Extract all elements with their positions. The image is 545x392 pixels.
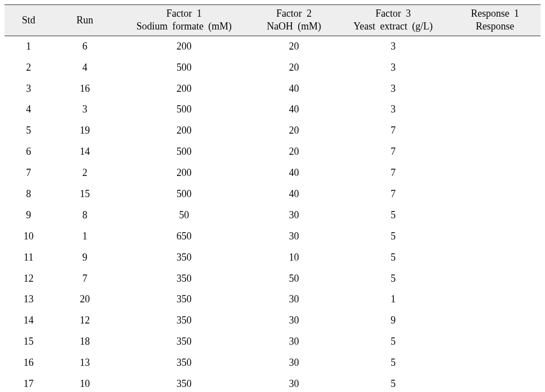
cell-factor-3: 5 bbox=[337, 374, 449, 392]
design-table: Std Run Factor 1 Sodium formate (mM) Fac… bbox=[4, 4, 541, 392]
cell-factor-1: 50 bbox=[117, 205, 251, 226]
cell-response-1 bbox=[449, 79, 541, 100]
header-factor-1-line2: Sodium formate (mM) bbox=[118, 20, 250, 33]
table-row: 1710350305 bbox=[4, 374, 541, 392]
cell-run: 4 bbox=[53, 57, 117, 79]
cell-factor-3: 5 bbox=[337, 352, 449, 374]
cell-factor-3: 5 bbox=[337, 226, 449, 247]
header-factor-3-line2: Yeast extract (g/L) bbox=[338, 20, 448, 33]
cell-factor-2: 30 bbox=[251, 374, 337, 392]
cell-run: 1 bbox=[53, 226, 117, 247]
cell-factor-3: 5 bbox=[337, 268, 449, 290]
cell-factor-1: 500 bbox=[117, 184, 251, 205]
cell-std: 14 bbox=[4, 310, 53, 331]
cell-factor-3: 5 bbox=[337, 331, 449, 352]
cell-factor-1: 350 bbox=[117, 268, 251, 290]
cell-response-1 bbox=[449, 184, 541, 205]
cell-std: 4 bbox=[4, 99, 53, 120]
table-row: 1412350309 bbox=[4, 310, 541, 331]
header-factor-2-line1: Factor 2 bbox=[252, 7, 336, 20]
cell-std: 7 bbox=[4, 163, 53, 184]
table-row: 1320350301 bbox=[4, 289, 541, 310]
cell-factor-2: 20 bbox=[251, 57, 337, 79]
table-body: 1620020324500203316200403435004035192002… bbox=[4, 36, 541, 392]
cell-factor-3: 1 bbox=[337, 289, 449, 310]
cell-factor-1: 350 bbox=[117, 289, 251, 310]
cell-run: 9 bbox=[53, 247, 117, 268]
table-row: 1613350305 bbox=[4, 352, 541, 374]
cell-factor-1: 200 bbox=[117, 163, 251, 184]
cell-std: 17 bbox=[4, 374, 53, 392]
table-row: 24500203 bbox=[4, 57, 541, 79]
table-row: 9850305 bbox=[4, 205, 541, 226]
cell-factor-2: 30 bbox=[251, 310, 337, 331]
cell-std: 5 bbox=[4, 120, 53, 141]
cell-factor-1: 350 bbox=[117, 247, 251, 268]
header-factor-3-line1: Factor 3 bbox=[338, 7, 448, 20]
header-factor-3: Factor 3 Yeast extract (g/L) bbox=[337, 5, 449, 36]
cell-response-1 bbox=[449, 141, 541, 163]
cell-response-1 bbox=[449, 268, 541, 290]
cell-run: 3 bbox=[53, 99, 117, 120]
cell-factor-1: 500 bbox=[117, 99, 251, 120]
cell-std: 3 bbox=[4, 79, 53, 100]
header-run: Run bbox=[53, 5, 117, 36]
cell-run: 6 bbox=[53, 36, 117, 57]
cell-std: 2 bbox=[4, 57, 53, 79]
header-row: Std Run Factor 1 Sodium formate (mM) Fac… bbox=[4, 5, 541, 36]
cell-factor-2: 30 bbox=[251, 226, 337, 247]
cell-factor-1: 350 bbox=[117, 374, 251, 392]
cell-std: 6 bbox=[4, 141, 53, 163]
cell-factor-2: 40 bbox=[251, 99, 337, 120]
cell-factor-1: 200 bbox=[117, 120, 251, 141]
cell-run: 2 bbox=[53, 163, 117, 184]
cell-std: 13 bbox=[4, 289, 53, 310]
cell-factor-2: 40 bbox=[251, 184, 337, 205]
cell-response-1 bbox=[449, 57, 541, 79]
table-row: 127350505 bbox=[4, 268, 541, 290]
cell-run: 16 bbox=[53, 79, 117, 100]
cell-response-1 bbox=[449, 331, 541, 352]
cell-run: 13 bbox=[53, 352, 117, 374]
cell-response-1 bbox=[449, 163, 541, 184]
cell-factor-1: 200 bbox=[117, 36, 251, 57]
cell-response-1 bbox=[449, 374, 541, 392]
cell-factor-3: 3 bbox=[337, 99, 449, 120]
header-factor-2: Factor 2 NaOH (mM) bbox=[251, 5, 337, 36]
header-factor-1-line1: Factor 1 bbox=[118, 7, 250, 20]
cell-response-1 bbox=[449, 120, 541, 141]
cell-response-1 bbox=[449, 205, 541, 226]
cell-std: 11 bbox=[4, 247, 53, 268]
header-factor-2-line2: NaOH (mM) bbox=[252, 20, 336, 33]
header-std: Std bbox=[4, 5, 53, 36]
cell-factor-2: 20 bbox=[251, 120, 337, 141]
cell-factor-2: 10 bbox=[251, 247, 337, 268]
cell-std: 8 bbox=[4, 184, 53, 205]
cell-response-1 bbox=[449, 99, 541, 120]
cell-factor-3: 3 bbox=[337, 57, 449, 79]
cell-factor-3: 7 bbox=[337, 141, 449, 163]
cell-response-1 bbox=[449, 247, 541, 268]
cell-factor-2: 50 bbox=[251, 268, 337, 290]
cell-factor-3: 7 bbox=[337, 120, 449, 141]
cell-std: 16 bbox=[4, 352, 53, 374]
cell-run: 14 bbox=[53, 141, 117, 163]
cell-factor-2: 40 bbox=[251, 79, 337, 100]
cell-factor-1: 500 bbox=[117, 57, 251, 79]
header-response-1-line2: Response bbox=[450, 20, 539, 33]
cell-factor-3: 7 bbox=[337, 163, 449, 184]
cell-factor-2: 30 bbox=[251, 331, 337, 352]
cell-factor-3: 9 bbox=[337, 310, 449, 331]
cell-factor-2: 30 bbox=[251, 289, 337, 310]
table-row: 43500403 bbox=[4, 99, 541, 120]
table-row: 119350105 bbox=[4, 247, 541, 268]
table-row: 1518350305 bbox=[4, 331, 541, 352]
cell-run: 20 bbox=[53, 289, 117, 310]
header-response-1-line1: Response 1 bbox=[450, 7, 539, 20]
table-row: 519200207 bbox=[4, 120, 541, 141]
cell-factor-3: 5 bbox=[337, 247, 449, 268]
cell-response-1 bbox=[449, 226, 541, 247]
table-row: 316200403 bbox=[4, 79, 541, 100]
table-row: 16200203 bbox=[4, 36, 541, 57]
cell-factor-2: 20 bbox=[251, 141, 337, 163]
